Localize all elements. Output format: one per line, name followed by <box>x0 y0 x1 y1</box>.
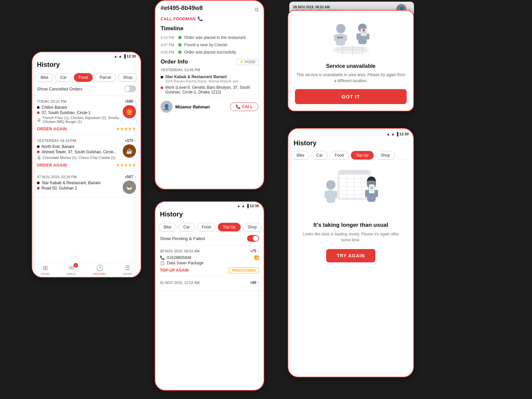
order-list-1: TODAY, 03:31 PM ৳590 › Chillox Banani <box>32 96 141 277</box>
tab-bar-3: Bike Car Food Top-Up Shop <box>155 220 264 232</box>
svg-rect-33 <box>325 191 328 198</box>
tab-topup-3[interactable]: Top-Up <box>218 223 241 231</box>
phone1-screen: ▲ ▲ ▐ 12:30 History Bike Car Food Parcel… <box>32 52 141 277</box>
illustration-svg-1 <box>326 19 376 59</box>
tab-shop-3[interactable]: Shop <box>243 223 262 231</box>
topup-package-1: Data Saver Package <box>167 261 203 265</box>
copy-icon[interactable]: ⧉ <box>255 7 258 13</box>
order-items-2: 🖨 Chocolate Mocha (1), Choco Chip Cookie… <box>37 155 123 160</box>
tab-shop-4[interactable]: Shop <box>376 151 395 160</box>
tab-shop-1[interactable]: Shop <box>118 73 137 82</box>
service-unavailable-body: This service is unavailable in your area… <box>295 72 407 84</box>
pending-toggle[interactable] <box>247 235 259 242</box>
dropoff-address: Work (Level 6, Genetic Baro Bhuiyan, 37,… <box>165 85 258 94</box>
order-amount-2: ৳375 <box>125 138 133 143</box>
service-unavailable-illustration <box>295 19 407 59</box>
bottom-nav-1: ⊞ HOME ✉ 2 INBOX 🕐 HISTORY ☰ MORE <box>32 262 141 277</box>
order-address-3: Road 50, Gulshan 2 <box>37 186 123 191</box>
svg-rect-2 <box>334 35 337 41</box>
order-info-title: Order Info <box>161 59 188 65</box>
svg-rect-4 <box>337 37 340 39</box>
loading-illustration <box>288 167 413 216</box>
restaurant-logo-3: 🥗 <box>123 181 136 194</box>
courier-row: 👤 Mizanur Rahman 📞 CALL <box>161 98 258 113</box>
order-address-1: 37, South Gulshan, Circle-1 <box>37 110 123 115</box>
topup-package-row: 📋 Data Saver Package <box>160 261 259 265</box>
order-again-2[interactable]: ORDER AGAIN <box>37 163 67 168</box>
phone1-frame: ▲ ▲ ▐ 12:30 History Bike Car Food Parcel… <box>32 52 141 278</box>
tab-food-1[interactable]: Food <box>74 73 93 82</box>
tab-bike-3[interactable]: Bike <box>159 223 176 231</box>
tab-car-3[interactable]: Car <box>178 223 195 231</box>
order-info-section: Order Info ⚡ FOOD YESTERDAY, 12:45 PM St… <box>161 59 258 113</box>
order-amount-1: ৳590 <box>125 99 133 104</box>
courier-name: Mizanur Rahman <box>175 104 210 109</box>
topup-again-1[interactable]: TOP-UP AGAIN <box>160 268 189 273</box>
food-badge: ⚡ FOOD <box>236 59 258 65</box>
topup-amount-1: ৳75 <box>250 249 256 253</box>
order-info-date: YESTERDAY, 12:45 PM <box>161 68 258 72</box>
phone4-frame: ▲ ▲ ▐ 12:30 History Bike Car Food Top-Up… <box>288 128 414 377</box>
got-it-button[interactable]: GOT IT <box>295 89 407 104</box>
restaurant-logo-2: ☕ <box>123 144 136 158</box>
cancelled-toggle[interactable] <box>124 85 136 92</box>
illustration-svg-4 <box>318 167 384 216</box>
cancelled-toggle-row: Show Cancelled Orders <box>32 82 141 96</box>
phone3-screen: ▲ ▲ ▐ 12:30 History Bike Car Food Top-Up… <box>155 202 264 390</box>
battery-icon-4: ▐ <box>396 132 398 136</box>
stars-1: ★★★★★ <box>116 126 136 131</box>
status-bar-4: ▲ ▲ ▐ 12:30 <box>288 129 413 137</box>
food-badge-label: FOOD <box>245 60 255 64</box>
svg-rect-30 <box>339 170 369 175</box>
order-footer-2: ORDER AGAIN ★★★★★ <box>37 163 136 168</box>
order-header-1: TODAY, 03:31 PM ৳590 › <box>37 99 136 104</box>
signal-icon: ▲ <box>118 54 122 58</box>
try-again-button[interactable]: TRY AGAIN <box>326 249 376 262</box>
stars-2: ★★★★★ <box>116 163 136 168</box>
dot-black-1 <box>37 106 40 109</box>
toggle-label-1: Show Cancelled Orders <box>37 86 82 91</box>
order-card-3: 07 NOV 2019, 02:20 PM ৳567 › Star Kabab … <box>32 171 141 198</box>
svg-rect-3 <box>344 35 347 41</box>
call-foodman-btn[interactable]: CALL FOODMAN 📞 <box>161 16 258 21</box>
tl-dot-2: ✓ <box>178 43 182 47</box>
tab-car-1[interactable]: Car <box>55 73 71 82</box>
nav-more-1[interactable]: ☰ MORE <box>123 264 132 276</box>
tab-food-3[interactable]: Food <box>197 223 216 231</box>
notif-time: 08 NOV 2019, 08:52 AM <box>293 5 342 9</box>
wifi-icon-4: ▲ <box>386 132 390 136</box>
topup-date-1: 08 NOV 2019, 08:52 AM <box>160 249 200 253</box>
svg-point-13 <box>363 29 365 31</box>
pickup-name: Star Kabab & Restaurant Banani <box>165 74 241 79</box>
svg-rect-1 <box>336 34 345 46</box>
home-icon-1: ⊞ <box>43 264 48 272</box>
topup-phone-1: 01628805848 <box>167 255 191 260</box>
svg-rect-40 <box>370 186 374 192</box>
topup-footer-1: TOP-UP AGAIN PROCESSING <box>160 267 259 273</box>
time-label-4: 12:30 <box>399 132 409 136</box>
tab-car-4[interactable]: Car <box>311 151 328 160</box>
phone-icon: 📞 <box>198 16 203 21</box>
tab-bike-4[interactable]: Bike <box>292 151 309 160</box>
order-items-1: 🖨 French Fries (1), Chicken Signature (2… <box>37 116 123 124</box>
restaurant-logo-1: 🍔 <box>123 105 136 118</box>
nav-history-1[interactable]: 🕐 HISTORY <box>93 264 106 276</box>
nav-inbox-1[interactable]: ✉ 2 INBOX <box>67 264 76 276</box>
svg-rect-37 <box>365 190 368 197</box>
order-card-1: TODAY, 03:31 PM ৳590 › Chillox Banani <box>32 96 141 135</box>
order-again-1[interactable]: ORDER AGAIN <box>37 127 67 131</box>
timeline-item-3: 4:05 PM ✓ Order was placed succesfully <box>161 50 258 55</box>
chevron-1: › <box>135 99 136 104</box>
toggle-label-3: Show Pending & Failed <box>160 236 205 241</box>
order-address-2: Ahmed Tower, 37, South Gulshan, Circle..… <box>37 150 123 154</box>
call-courier-btn[interactable]: 📞 CALL <box>230 102 258 111</box>
status-bar-3: ▲ ▲ ▐ 12:30 <box>155 202 264 208</box>
nav-home-1[interactable]: ⊞ HOME <box>41 264 50 276</box>
nav-history-label-1: HISTORY <box>93 272 106 276</box>
tab-bike-1[interactable]: Bike <box>36 73 53 82</box>
tab-parcel-1[interactable]: Parcel <box>95 73 116 82</box>
tab-topup-4[interactable]: Top-Up <box>351 151 374 160</box>
topup-phone-row: 📞 01628805848 📶 <box>160 255 259 260</box>
tab-bar-4: Bike Car Food Top-Up Shop <box>288 148 413 160</box>
tab-food-4[interactable]: Food <box>330 151 349 160</box>
